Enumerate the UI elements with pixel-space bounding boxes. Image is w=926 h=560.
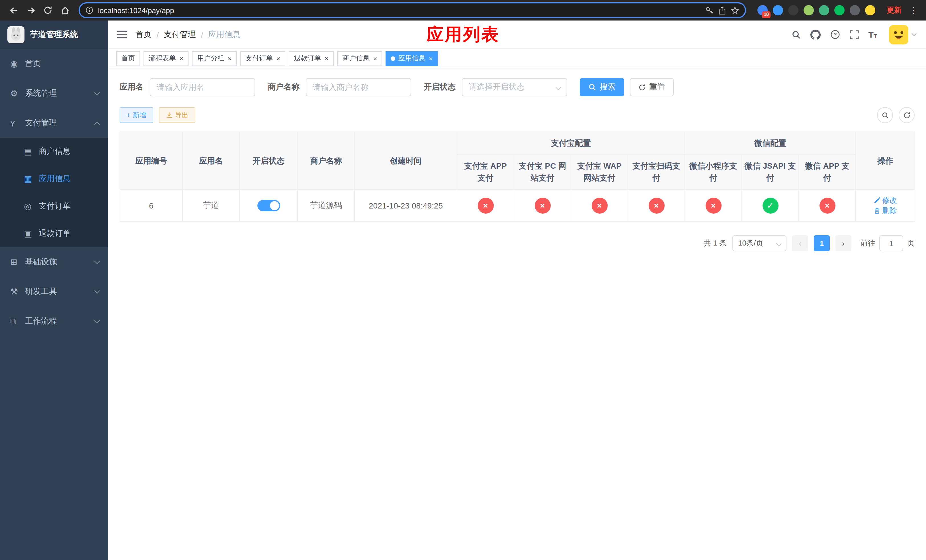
- page-size-select[interactable]: 10条/页: [732, 235, 787, 251]
- cell-app-id: 6: [120, 189, 183, 221]
- extension-dark-icon[interactable]: [788, 5, 799, 15]
- address-bar[interactable]: localhost:1024/pay/app: [79, 2, 746, 18]
- refresh-icon: [903, 111, 910, 119]
- page-title-annotation: 应用列表: [427, 23, 499, 46]
- cell-app-name: 芋道: [183, 189, 239, 221]
- edit-pencil-icon: [874, 197, 881, 204]
- tab-1[interactable]: 流程表单×: [144, 51, 189, 66]
- sidebar-item-system[interactable]: ⚙系统管理: [0, 79, 108, 108]
- reset-button[interactable]: 重置: [630, 78, 674, 96]
- tab-5[interactable]: 商户信息×: [337, 51, 382, 66]
- forward-icon[interactable]: [23, 2, 39, 18]
- sidebar-item-label: 支付订单: [39, 201, 99, 211]
- sidebar-item-devtools[interactable]: ⚒研发工具: [0, 277, 108, 306]
- toggle-search-button[interactable]: [877, 107, 893, 123]
- cross-icon: ×: [478, 197, 493, 213]
- chevron-down-icon: [94, 288, 100, 294]
- user-menu[interactable]: [889, 25, 916, 44]
- goto-page-input[interactable]: [879, 235, 903, 251]
- extension-stats-icon[interactable]: 10: [757, 5, 768, 15]
- extension-avatar-icon[interactable]: [803, 5, 814, 15]
- search-icon[interactable]: [791, 30, 800, 39]
- delete-link[interactable]: 删除: [874, 205, 897, 216]
- app-name-input[interactable]: [150, 78, 255, 96]
- reload-icon[interactable]: [40, 2, 56, 18]
- status-select[interactable]: 请选择开启状态: [462, 78, 567, 96]
- close-icon[interactable]: ×: [325, 55, 328, 62]
- yen-icon: ¥: [10, 118, 25, 128]
- col-header-actions: 操作: [856, 132, 915, 189]
- github-icon[interactable]: [810, 29, 820, 39]
- search-button[interactable]: 搜索: [580, 78, 624, 96]
- extension-drop-icon[interactable]: [773, 5, 783, 15]
- url-text[interactable]: localhost:1024/pay/app: [98, 6, 701, 15]
- page-1-button[interactable]: 1: [814, 235, 830, 251]
- col-header-alipay-app: 支付宝 APP 支付: [457, 155, 514, 189]
- share-icon[interactable]: [718, 6, 726, 15]
- tab-3[interactable]: 支付订单×: [240, 51, 285, 66]
- browser-menu-icon[interactable]: ⋮: [907, 5, 920, 15]
- sidebar-item-refund-order[interactable]: ▣退款订单: [0, 220, 108, 247]
- sidebar-item-workflow[interactable]: ⧉工作流程: [0, 306, 108, 336]
- merchant-name-label: 商户名称: [268, 82, 300, 92]
- col-header-wechat-jsapi: 微信 JSAPI 支付: [742, 155, 799, 189]
- prev-page-button[interactable]: ‹: [792, 235, 808, 251]
- extension-puzzle-icon[interactable]: [850, 5, 860, 15]
- bookmark-star-icon[interactable]: [731, 6, 739, 15]
- col-header-alipay-qr: 支付宝扫码支付: [628, 155, 685, 189]
- browser-window: localhost:1024/pay/app 10 更新 ⋮ 芋道管理系统 ◉首…: [0, 0, 926, 560]
- close-icon[interactable]: ×: [373, 55, 377, 62]
- tab-0[interactable]: 首页: [116, 51, 140, 66]
- col-header-wechat-app: 微信 APP 支付: [799, 155, 856, 189]
- edit-link[interactable]: 修改: [874, 195, 897, 205]
- extension-wechat-icon[interactable]: [834, 5, 844, 15]
- tab-label: 退款订单: [294, 53, 321, 63]
- export-button[interactable]: 导出: [159, 107, 195, 123]
- font-size-icon[interactable]: TT: [868, 30, 877, 39]
- password-key-icon[interactable]: [705, 6, 714, 15]
- browser-update-button[interactable]: 更新: [882, 3, 906, 18]
- close-icon[interactable]: ×: [228, 55, 232, 62]
- status-label: 开启状态: [424, 82, 455, 92]
- close-icon[interactable]: ×: [179, 55, 183, 62]
- app-logo[interactable]: 芋道管理系统: [0, 21, 108, 49]
- next-page-button[interactable]: ›: [835, 235, 851, 251]
- tab-6[interactable]: 应用信息×: [386, 51, 438, 66]
- extension-vue-icon[interactable]: [819, 5, 829, 15]
- breadcrumb-item: 应用信息: [209, 29, 240, 39]
- tab-4[interactable]: 退款订单×: [289, 51, 334, 66]
- breadcrumb-separator: /: [157, 30, 159, 39]
- cross-icon: ×: [705, 197, 721, 213]
- close-icon[interactable]: ×: [276, 55, 280, 62]
- refresh-table-button[interactable]: [899, 107, 915, 123]
- sidebar-item-pay-order[interactable]: ◎支付订单: [0, 192, 108, 220]
- sidebar-item-payment[interactable]: ¥支付管理: [0, 108, 108, 138]
- tags-view: 首页流程表单×用户分组×支付订单×退款订单×商户信息×应用信息×: [108, 49, 926, 68]
- sidebar-item-infra[interactable]: ⊞基础设施: [0, 247, 108, 277]
- add-button[interactable]: + 新增: [120, 107, 153, 123]
- tab-2[interactable]: 用户分组×: [192, 51, 237, 66]
- help-icon[interactable]: ?: [830, 30, 840, 39]
- breadcrumb-item[interactable]: 支付管理: [164, 29, 196, 39]
- sidebar-item-merchant-info[interactable]: ▤商户信息: [0, 138, 108, 165]
- sidebar-item-label: 首页: [25, 59, 99, 69]
- merchant-name-input[interactable]: [306, 78, 411, 96]
- status-select-placeholder: 请选择开启状态: [469, 82, 525, 92]
- sidebar-toggle-icon[interactable]: [108, 21, 136, 48]
- sidebar-item-app-info[interactable]: ▦应用信息: [0, 165, 108, 192]
- avatar: [889, 25, 908, 44]
- extension-emoji-icon[interactable]: [865, 5, 875, 15]
- back-icon[interactable]: [6, 2, 22, 18]
- workflow-icon: ⧉: [10, 316, 25, 327]
- breadcrumb-item[interactable]: 首页: [136, 29, 151, 39]
- status-toggle[interactable]: [257, 200, 280, 211]
- sidebar-item-home[interactable]: ◉首页: [0, 49, 108, 79]
- site-info-icon[interactable]: [85, 6, 94, 14]
- close-icon[interactable]: ×: [429, 55, 433, 62]
- active-dot: [391, 56, 395, 61]
- tab-label: 用户分组: [197, 53, 224, 63]
- home-icon[interactable]: [57, 2, 73, 18]
- cross-icon: ×: [648, 197, 664, 213]
- sidebar-item-label: 工作流程: [25, 316, 95, 327]
- fullscreen-icon[interactable]: [849, 30, 858, 39]
